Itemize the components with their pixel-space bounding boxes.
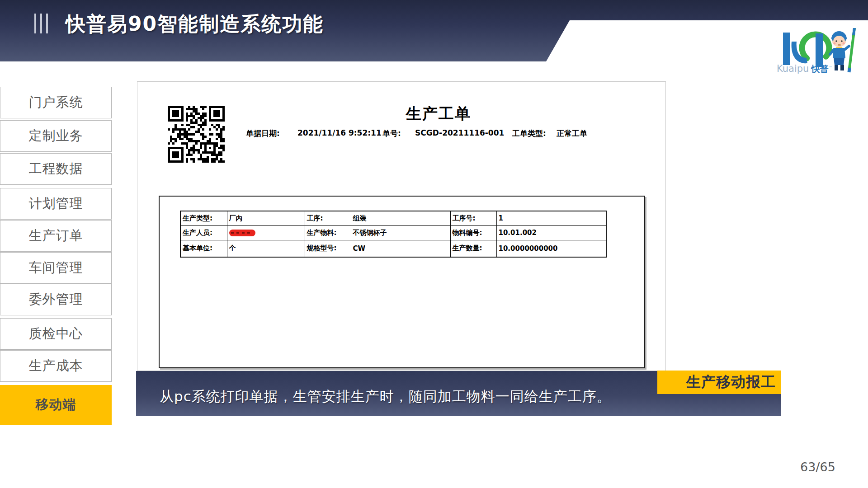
meta-date-label: 单据日期: (246, 128, 280, 139)
title-marker-icon (34, 14, 48, 33)
table-row: 生产人员: 生产物料: 不锈钢杯子 物料编号: 10.01.002 (180, 225, 606, 240)
work-order-detail-box: 生产类型: 厂内 工序: 组装 工序号: 1 生产人员: 生产物料: 不锈钢杯子… (159, 196, 645, 368)
sidebar-item-production-order[interactable]: 生产订单 (0, 220, 112, 252)
page-title: 快普易90智能制造系统功能 (66, 11, 324, 38)
sidebar-item-engineering-data[interactable]: 工程数据 (0, 153, 112, 185)
sidebar-item-plan-management[interactable]: 计划管理 (0, 188, 112, 220)
sidebar-item-workshop-management[interactable]: 车间管理 (0, 252, 112, 284)
page-indicator: 63/65 (800, 460, 835, 474)
sidebar-item-portal[interactable]: 门户系统 (0, 87, 112, 118)
logo-text-zh: 快普 (811, 64, 828, 74)
header-banner: 快普易90智能制造系统功能 (0, 0, 868, 61)
logo-text-en: Kuaipu (777, 63, 809, 74)
meta-number-label: 单号: (382, 128, 401, 139)
table-row: 生产类型: 厂内 工序: 组装 工序号: 1 (180, 211, 606, 225)
meta-date-value: 2021/11/16 9:52:11 (297, 128, 382, 137)
work-order-table: 生产类型: 厂内 工序: 组装 工序号: 1 生产人员: 生产物料: 不锈钢杯子… (180, 211, 607, 258)
kuaipu-logo: Kuaipu 快普™ (777, 28, 865, 77)
caption-text: 从pc系统打印单据，生管安排生产时，随同加工物料一同给生产工序。 (160, 387, 611, 406)
sidebar-item-mobile[interactable]: 移动端 (0, 385, 112, 425)
work-order-preview-panel: 生产工单 单据日期: 2021/11/16 9:52:11 单号: SCGD-2… (137, 81, 666, 371)
redacted-name-scribble (229, 230, 255, 236)
table-row: 基本单位: 个 规格型号: CW 生产数量: 10.0000000000 (180, 240, 606, 257)
work-order-title: 生产工单 (345, 103, 532, 124)
feature-tag[interactable]: 生产移动报工 (657, 371, 781, 394)
meta-type-value: 正常工单 (557, 128, 587, 139)
sidebar-item-production-cost[interactable]: 生产成本 (0, 350, 112, 382)
meta-number-value: SCGD-20211116-001 (415, 128, 504, 137)
slide: 快普易90智能制造系统功能 (0, 0, 868, 488)
work-order-meta: 单据日期: 2021/11/16 9:52:11 单号: SCGD-202111… (137, 128, 666, 140)
sidebar-item-custom-business[interactable]: 定制业务 (0, 120, 112, 152)
meta-type-label: 工单类型: (512, 128, 546, 139)
logo-wordmark: Kuaipu 快普™ (777, 63, 835, 75)
sidebar-item-outsourcing-management[interactable]: 委外管理 (0, 284, 112, 315)
sidebar-item-quality-center[interactable]: 质检中心 (0, 318, 112, 350)
